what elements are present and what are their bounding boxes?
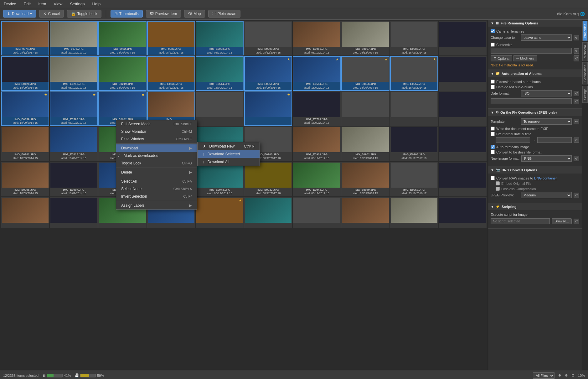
ctx-select-all[interactable]: Select AllCtrl+A — [116, 178, 197, 185]
cancel-button[interactable]: ✕ Cancel — [39, 10, 64, 18]
thumb-item-4[interactable]: IMG_E0008.JPGated: 08/12/2014 15 — [196, 21, 244, 55]
file-renaming-header[interactable]: ▼ 🖹 File Renaming Options — [488, 20, 582, 27]
submenu-download-new[interactable]: ★ Download New Ctrl+N — [198, 142, 260, 150]
thumb-item-15[interactable]: ★IMG_E0551.JPGated: 18/09/2014 15 — [244, 56, 292, 91]
ctx-delete[interactable]: Delete▶ — [116, 169, 197, 176]
script-reset-btn[interactable]: ↺ — [574, 219, 579, 224]
change-case-reset-btn[interactable]: ↺ — [574, 35, 579, 40]
thumb-item-27[interactable] — [341, 91, 389, 126]
menu-help[interactable]: Help — [91, 1, 102, 7]
menu-item[interactable]: Item — [37, 1, 47, 7]
thumb-item-40[interactable]: IMG_E0905.JPGated: 18/09/2014 15 — [1, 162, 49, 196]
thumb-item-57[interactable] — [341, 197, 389, 228]
thumb-item-48[interactable]: IMG_E0957.JPGated: 23/10/2016 17 — [390, 162, 438, 196]
thumb-item-25[interactable]: ★ — [244, 91, 292, 126]
thumb-item-28[interactable] — [390, 91, 438, 126]
ctx-fit-window[interactable]: Fit to WindowCtrl+Alt+E — [116, 135, 197, 143]
fix-date-checkbox[interactable] — [491, 132, 495, 136]
browse-button[interactable]: Browse... — [552, 218, 572, 224]
on-fly-header[interactable]: ▼ ⚙ On the Fly Operations (JPEG only) — [488, 109, 582, 116]
jpeg-preview-reset-btn[interactable]: ↺ — [574, 193, 579, 198]
vtab-metadata[interactable]: Metadata — [582, 42, 588, 61]
ctx-download[interactable]: Download▶ — [116, 144, 197, 152]
thumb-item-14[interactable]: IMG_E0544.JPGated: 18/09/2014 15 — [196, 56, 244, 91]
thumb-item-13[interactable]: IMG_E0335.JPGated: 08/12/2017 18 — [147, 56, 195, 91]
download-button[interactable]: ⬇ Download ▾ — [3, 10, 36, 18]
thumb-item-44[interactable]: IMG_E0943.JPGated: 08/12/2017 18 — [196, 162, 244, 196]
submenu-download-selected[interactable]: ↓ Download Selected — [198, 150, 260, 158]
thumb-item-26[interactable]: IMG_E0769.JPGated: 18/09/2014 15 — [293, 91, 341, 126]
thumbnails-button[interactable]: ⊞ Thumbnails — [111, 10, 143, 18]
scripting-header[interactable]: ▼ ⚡ Scripting — [488, 203, 582, 210]
thumb-item-29[interactable] — [439, 91, 487, 126]
thumb-item-47[interactable]: IMG_E0949.JPGated: 18/09/2014 15 — [341, 162, 389, 196]
dng-link[interactable]: DNG container — [534, 176, 557, 180]
map-button[interactable]: 🗺 Map — [184, 10, 205, 18]
thumb-item-59[interactable] — [439, 197, 487, 228]
thumb-item-19[interactable] — [439, 56, 487, 91]
date-custom-reset-btn[interactable]: ↺ — [574, 99, 579, 104]
thumb-item-54[interactable]: ★ — [196, 197, 244, 228]
convert-raw-checkbox[interactable] — [491, 176, 495, 180]
thumb-item-17[interactable]: ★IMG_E0556.JPGated: 18/09/2014 15 — [341, 56, 389, 91]
ctx-menubar[interactable]: Show MenubarCtrl+M — [116, 128, 197, 135]
datetime-reset-btn[interactable]: ↺ — [574, 138, 579, 143]
embed-original-checkbox[interactable] — [496, 181, 500, 185]
vtab-geolocation[interactable]: Geolocation — [582, 62, 588, 84]
jpeg-preview-select[interactable]: Medium — [521, 192, 572, 198]
vtab-settings[interactable]: Settings — [582, 86, 588, 103]
thumb-item-56[interactable] — [293, 197, 341, 228]
thumb-item-38[interactable]: IMG_E0903.JPGated: 08/12/2017 18 — [390, 127, 438, 161]
ext-sub-checkbox[interactable] — [491, 80, 495, 84]
date-format-select[interactable]: ISO — [521, 90, 572, 96]
time-input[interactable]: 15:43:18 — [537, 137, 572, 143]
thumb-item-5[interactable]: IMG_E0009.JPGated: 08/12/2014 15 — [244, 21, 292, 55]
convert-lossless-checkbox[interactable] — [491, 150, 495, 154]
thumb-item-9[interactable] — [439, 21, 487, 55]
ctx-toggle-lock[interactable]: Toggle LockCtrl+G — [116, 159, 197, 167]
thumb-item-21[interactable]: ★IMG_E0595.JPGated: 08/12/2017 18 — [50, 91, 98, 126]
new-format-select[interactable]: PNG — [521, 155, 572, 162]
change-case-select[interactable]: Leave as-is — [521, 34, 572, 41]
thumb-item-24[interactable] — [196, 91, 244, 126]
thumb-item-45[interactable]: IMG_E0947.JPGated: 08/12/2017 18 — [244, 162, 292, 196]
menu-view[interactable]: View — [52, 1, 64, 7]
menu-settings[interactable]: Settings — [69, 1, 86, 7]
submenu-download-all[interactable]: ↓ Download All — [198, 158, 260, 166]
options-button[interactable]: ⚙ Options — [491, 55, 512, 61]
thumb-item-16[interactable]: ★IMG_E0554.JPGated: 18/09/2014 15 — [293, 56, 341, 91]
thumb-item-41[interactable]: IMG_E0907.JPGated: 18/09/2014 15 — [50, 162, 98, 196]
custom-name-input[interactable] — [491, 48, 572, 54]
thumb-item-11[interactable]: IMG_E0218.JPGated: 08/12/2017 18 — [50, 56, 98, 91]
new-format-reset-btn[interactable]: ↺ — [574, 156, 579, 161]
thumb-item-39[interactable] — [439, 127, 487, 161]
thumb-item-51[interactable] — [50, 197, 98, 228]
vtab-properties[interactable]: Properties — [582, 21, 588, 41]
thumb-item-8[interactable]: IMG_E0083.JPGated: 18/09/2014 15 — [390, 21, 438, 55]
menu-device[interactable]: Device — [3, 1, 18, 7]
thumbnail-grid-area[interactable]: IMG_0974.JPGated: 08/12/2017 18IMG_0978.… — [0, 20, 488, 370]
thumb-item-37[interactable]: IMG_E0902.JPGated: 18/09/2014 15 — [341, 127, 389, 161]
thumb-item-49[interactable] — [439, 162, 487, 196]
thumb-item-18[interactable]: ★IMG_E0557.JPGated: 18/09/2014 15 — [390, 56, 438, 91]
thumb-item-20[interactable]: ★IMG_E0559.JPGated: 18/09/2014 15 — [1, 91, 49, 126]
thumb-item-55[interactable] — [244, 197, 292, 228]
customize-checkbox[interactable] — [491, 43, 495, 47]
modifiers-reset-btn[interactable]: ↺ — [574, 55, 579, 61]
modifiers-button[interactable]: ✏ Modifiers — [513, 55, 537, 61]
thumb-item-50[interactable] — [1, 197, 49, 228]
custom-name-reset-btn[interactable]: ↺ — [574, 48, 579, 54]
camera-filenames-checkbox[interactable] — [491, 29, 495, 33]
thumb-item-7[interactable]: IMG_E0057.JPGated: 08/12/2014 15 — [341, 21, 389, 55]
thumb-item-58[interactable] — [390, 197, 438, 228]
ctx-mark-downloaded[interactable]: Mark as downloaded — [116, 152, 197, 159]
date-sub-checkbox[interactable] — [491, 85, 495, 89]
date-format-reset-btn[interactable]: ↺ — [574, 91, 579, 96]
thumb-item-36[interactable]: IMG_E0901.JPGated: 08/12/2017 18 — [293, 127, 341, 161]
menu-edit[interactable]: Edit — [23, 1, 32, 7]
auto-rotate-checkbox[interactable] — [491, 145, 495, 149]
preview-item-button[interactable]: 🖼 Preview Item — [146, 10, 181, 18]
toggle-lock-button[interactable]: 🔒 Toggle Lock — [67, 10, 101, 18]
write-exif-checkbox[interactable] — [491, 127, 495, 131]
template-select[interactable]: To remove — [521, 118, 572, 125]
